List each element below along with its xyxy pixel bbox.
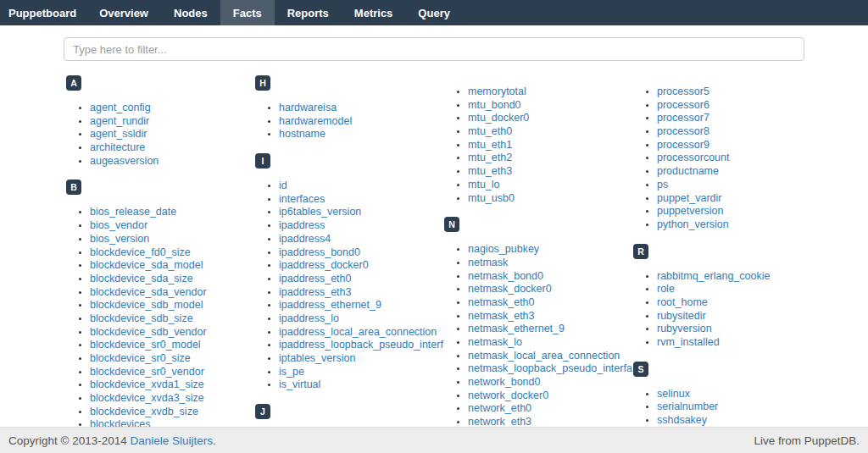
- nav-item-metrics[interactable]: Metrics: [342, 0, 406, 25]
- fact-link[interactable]: id: [279, 180, 287, 191]
- fact-link[interactable]: netmask_eth3: [468, 310, 535, 322]
- fact-list-item: processor5: [657, 86, 822, 99]
- fact-link[interactable]: processor8: [657, 125, 709, 137]
- fact-link[interactable]: processorcount: [657, 152, 729, 163]
- fact-link[interactable]: ipaddress_ethernet_9: [279, 299, 381, 311]
- fact-list-item: netmask_local_area_connection: [468, 350, 633, 363]
- fact-link[interactable]: puppetversion: [657, 205, 724, 217]
- fact-link[interactable]: bios_version: [90, 233, 149, 245]
- fact-link[interactable]: mtu_eth1: [468, 139, 512, 151]
- fact-link[interactable]: ipaddress_loopback_pseudo_interf: [279, 339, 443, 351]
- fact-link[interactable]: productname: [657, 165, 719, 177]
- fact-link[interactable]: ipaddress_bond0: [279, 246, 360, 258]
- fact-list-item: rubysitedir: [657, 310, 822, 323]
- fact-link[interactable]: augeasversion: [90, 155, 159, 167]
- fact-link[interactable]: netmask_ethernet_9: [468, 323, 565, 334]
- fact-link[interactable]: ps: [657, 179, 668, 191]
- fact-link[interactable]: ipaddress_docker0: [279, 259, 369, 271]
- fact-link[interactable]: iptables_version: [279, 352, 355, 364]
- fact-link[interactable]: hostname: [279, 128, 326, 140]
- fact-link[interactable]: blockdevices: [90, 418, 151, 427]
- nav-item-nodes[interactable]: Nodes: [161, 0, 220, 25]
- fact-link[interactable]: ipaddress4: [279, 233, 331, 245]
- fact-link[interactable]: network_eth0: [468, 402, 531, 414]
- fact-link[interactable]: netmask_local_area_connection: [468, 350, 620, 362]
- fact-link[interactable]: rvm_installed: [657, 336, 720, 348]
- fact-link[interactable]: netmask_docker0: [468, 283, 552, 295]
- fact-link[interactable]: processor5: [657, 86, 709, 97]
- fact-list-item: rubyversion: [657, 323, 822, 336]
- fact-link[interactable]: agent_rundir: [90, 115, 149, 127]
- fact-link[interactable]: mtu_bond0: [468, 99, 521, 111]
- fact-link[interactable]: mtu_eth2: [468, 152, 512, 163]
- fact-link[interactable]: ipaddress_lo: [279, 312, 339, 324]
- fact-link[interactable]: ipaddress_eth0: [279, 273, 351, 285]
- author-link[interactable]: Daniele Sluijters: [131, 434, 214, 447]
- fact-link[interactable]: blockdevice_sr0_vendor: [90, 366, 204, 378]
- fact-link[interactable]: interfaces: [279, 193, 325, 205]
- fact-link[interactable]: processor6: [657, 99, 709, 111]
- fact-link[interactable]: blockdevice_sdb_model: [90, 299, 203, 311]
- fact-link[interactable]: selinux: [657, 388, 690, 400]
- nav-item-query[interactable]: Query: [405, 0, 463, 25]
- fact-link[interactable]: bios_release_date: [90, 206, 176, 218]
- navbar-brand[interactable]: Puppetboard: [0, 0, 86, 25]
- nav-item-facts[interactable]: Facts: [220, 0, 275, 25]
- fact-link[interactable]: mtu_eth3: [468, 165, 512, 177]
- nav-item-overview[interactable]: Overview: [86, 0, 161, 25]
- fact-list-item: blockdevice_sr0_size: [90, 352, 255, 366]
- fact-link[interactable]: serialnumber: [657, 401, 718, 412]
- fact-link[interactable]: agent_config: [90, 102, 151, 113]
- fact-link[interactable]: nagios_pubkey: [468, 243, 539, 255]
- fact-link[interactable]: rubysitedir: [657, 310, 706, 322]
- fact-link[interactable]: agent_ssldir: [90, 128, 147, 140]
- fact-link[interactable]: network_docker0: [468, 389, 548, 401]
- fact-link[interactable]: blockdevice_sdb_vendor: [90, 326, 207, 338]
- copyright-suffix: .: [213, 434, 216, 447]
- fact-link[interactable]: ipaddress_local_area_connection: [279, 326, 437, 338]
- fact-link[interactable]: blockdevice_fd0_size: [90, 246, 191, 258]
- filter-input[interactable]: [64, 37, 804, 61]
- fact-link[interactable]: netmask: [468, 257, 508, 268]
- fact-link[interactable]: mtu_lo: [468, 179, 500, 191]
- fact-link[interactable]: puppet_vardir: [657, 192, 721, 204]
- fact-link[interactable]: netmask_eth0: [468, 296, 535, 308]
- fact-link[interactable]: rubyversion: [657, 323, 712, 334]
- nav-item-reports[interactable]: Reports: [275, 0, 342, 25]
- fact-link[interactable]: blockdevice_xvdb_size: [90, 406, 198, 417]
- fact-link[interactable]: processor7: [657, 112, 709, 124]
- fact-link[interactable]: mtu_eth0: [468, 125, 512, 137]
- fact-link[interactable]: architecture: [90, 141, 145, 153]
- fact-link[interactable]: blockdevice_sr0_model: [90, 339, 201, 351]
- fact-link[interactable]: blockdevice_xvda3_size: [90, 392, 204, 404]
- fact-link[interactable]: ipaddress: [279, 219, 325, 231]
- fact-link[interactable]: is_virtual: [279, 378, 320, 390]
- fact-link[interactable]: netmask_bond0: [468, 270, 543, 282]
- fact-list-item: blockdevice_fd0_size: [90, 246, 255, 260]
- fact-link[interactable]: root_home: [657, 296, 708, 308]
- fact-link[interactable]: ipaddress_eth3: [279, 286, 351, 298]
- fact-link[interactable]: netmask_loopback_pseudo_interfa: [468, 362, 632, 374]
- fact-link[interactable]: mtu_docker0: [468, 112, 529, 124]
- fact-link[interactable]: blockdevice_sdb_size: [90, 312, 193, 324]
- fact-link[interactable]: blockdevice_sda_model: [90, 259, 203, 271]
- fact-link[interactable]: blockdevice_xvda1_size: [90, 378, 204, 390]
- fact-link[interactable]: role: [657, 283, 675, 295]
- fact-link[interactable]: hardwareisa: [279, 102, 337, 113]
- fact-link[interactable]: netmask_lo: [468, 336, 522, 348]
- fact-link[interactable]: memorytotal: [468, 86, 526, 97]
- fact-link[interactable]: network_bond0: [468, 376, 540, 388]
- fact-link[interactable]: blockdevice_sda_vendor: [90, 286, 207, 298]
- fact-link[interactable]: hardwaremodel: [279, 115, 352, 127]
- fact-link[interactable]: mtu_usb0: [468, 192, 515, 204]
- fact-link[interactable]: blockdevice_sda_size: [90, 273, 193, 285]
- fact-link[interactable]: ip6tables_version: [279, 206, 361, 218]
- fact-link[interactable]: network_eth3: [468, 416, 531, 427]
- fact-link[interactable]: processor9: [657, 139, 709, 151]
- fact-link[interactable]: rabbitmq_erlang_cookie: [657, 270, 770, 282]
- fact-link[interactable]: blockdevice_sr0_size: [90, 352, 191, 364]
- fact-link[interactable]: bios_vendor: [90, 219, 147, 231]
- fact-link[interactable]: is_pe: [279, 366, 304, 378]
- fact-link[interactable]: sshdsakey: [657, 414, 707, 426]
- fact-link[interactable]: python_version: [657, 218, 729, 230]
